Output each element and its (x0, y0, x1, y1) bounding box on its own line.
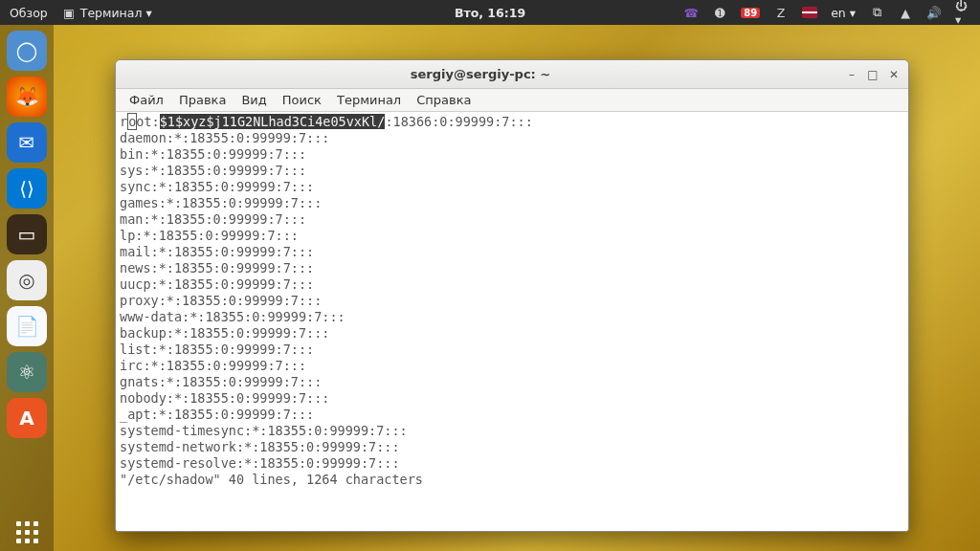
menu-terminal[interactable]: Терминал (331, 91, 407, 109)
zorin-icon[interactable]: Z (773, 5, 789, 20)
input-language[interactable]: en ▾ (831, 6, 856, 20)
shadow-line: systemd-resolve:*:18355:0:99999:7::: (120, 455, 400, 471)
shadow-line: nobody:*:18355:0:99999:7::: (120, 390, 329, 406)
dock-thunderbird[interactable]: ✉ (7, 122, 47, 163)
dock-vscode[interactable]: ⟨⟩ (7, 168, 47, 209)
clock[interactable]: Вто, 16:19 (455, 6, 525, 20)
updates-badge[interactable]: 89 (741, 8, 760, 18)
viber-tray-icon[interactable]: ☎ (683, 5, 699, 20)
shadow-line: proxy:*:18355:0:99999:7::: (120, 293, 322, 308)
shadow-line: backup:*:18355:0:99999:7::: (120, 325, 329, 341)
shadow-line: gnats:*:18355:0:99999:7::: (120, 374, 322, 389)
maximize-button[interactable]: □ (866, 68, 880, 81)
menu-file[interactable]: Файл (123, 91, 169, 109)
selected-hash: $1$xyz$j11G2NLhad3Ci4e05vxKl/ (160, 114, 386, 129)
gnome-topbar: Обзор ▣ Терминал ▾ Вто, 16:19 ☎ ➊ 89 Z e… (0, 0, 980, 25)
dock-libreoffice[interactable]: 📄 (7, 306, 47, 346)
menu-search[interactable]: Поиск (277, 91, 327, 109)
shadow-line: man:*:18355:0:99999:7::: (120, 211, 306, 227)
flag-icon[interactable] (802, 7, 817, 18)
dock-software[interactable]: A (7, 398, 47, 438)
terminal-window: sergiy@sergiy-pc: ~ – □ ✕ Файл Правка Ви… (115, 59, 909, 532)
shadow-line: _apt:*:18355:0:99999:7::: (120, 407, 314, 422)
volume-icon[interactable]: 🔊 (926, 5, 942, 20)
vi-status-line: "/etc/shadow" 40 lines, 1264 characters (120, 472, 423, 487)
shadow-line: news:*:18355:0:99999:7::: (120, 260, 314, 276)
shadow-line: lp:*:18355:0:99999:7::: (120, 228, 299, 243)
shadow-line: bin:*:18355:0:99999:7::: (120, 146, 306, 162)
network-icon[interactable]: ▲ (898, 5, 913, 20)
shadow-line: systemd-timesync:*:18355:0:99999:7::: (120, 423, 408, 438)
terminal-menubar: Файл Правка Вид Поиск Терминал Справка (116, 89, 908, 112)
shadow-line: sys:*:18355:0:99999:7::: (120, 163, 306, 178)
shadow-line: daemon:*:18355:0:99999:7::: (120, 130, 329, 145)
close-button[interactable]: ✕ (887, 68, 901, 81)
menu-help[interactable]: Справка (411, 91, 477, 109)
minimize-button[interactable]: – (845, 68, 858, 81)
terminal-icon: ▣ (61, 5, 77, 20)
dock-disks[interactable]: ◎ (7, 260, 47, 300)
shadow-line: list:*:18355:0:99999:7::: (120, 342, 314, 357)
shadow-line: systemd-network:*:18355:0:99999:7::: (120, 439, 400, 454)
dock-firefox[interactable]: 🦊 (7, 77, 47, 117)
shadow-line: mail:*:18355:0:99999:7::: (120, 244, 314, 259)
display-icon[interactable]: ⧉ (869, 5, 884, 20)
shadow-line: irc:*:18355:0:99999:7::: (120, 358, 306, 373)
activities-button[interactable]: Обзор (10, 6, 48, 20)
line-root: root:$1$xyz$j11G2NLhad3Ci4e05vxKl/:18366… (120, 114, 533, 129)
dock-screenshot[interactable]: ▭ (7, 214, 47, 254)
power-icon[interactable]: ⏻ ▾ (955, 5, 970, 20)
accessibility-icon[interactable]: ➊ (712, 5, 727, 20)
terminal-viewport[interactable]: root:$1$xyz$j11G2NLhad3Ci4e05vxKl/:18366… (116, 112, 908, 531)
window-titlebar[interactable]: sergiy@sergiy-pc: ~ – □ ✕ (116, 60, 908, 89)
shadow-line: www-data:*:18355:0:99999:7::: (120, 309, 345, 324)
shadow-line: games:*:18355:0:99999:7::: (120, 195, 322, 210)
dock-chromium[interactable]: ◯ (7, 31, 47, 71)
terminal-app-indicator[interactable]: ▣ Терминал ▾ (61, 5, 152, 20)
shadow-line: sync:*:18355:0:99999:7::: (120, 179, 314, 194)
app-indicator-label: Терминал ▾ (80, 6, 152, 20)
menu-view[interactable]: Вид (235, 91, 272, 109)
show-apps-button[interactable] (16, 521, 38, 543)
menu-edit[interactable]: Правка (173, 91, 232, 109)
dock: ◯ 🦊 ✉ ⟨⟩ ▭ ◎ 📄 ⚛ A (0, 25, 54, 551)
dock-atom[interactable]: ⚛ (7, 352, 47, 392)
shadow-line: uucp:*:18355:0:99999:7::: (120, 276, 314, 292)
window-title: sergiy@sergiy-pc: ~ (123, 67, 837, 81)
